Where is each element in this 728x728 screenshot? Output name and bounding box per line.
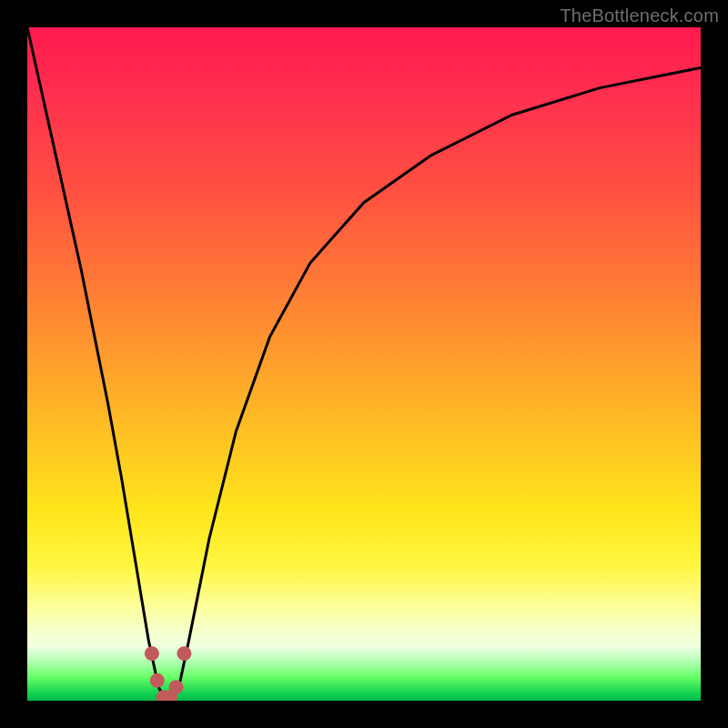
curve-layer — [27, 27, 701, 701]
svg-point-0 — [145, 646, 159, 661]
svg-point-4 — [169, 680, 184, 694]
bottleneck-curve — [27, 27, 701, 701]
watermark-text: TheBottleneck.com — [560, 5, 719, 26]
svg-point-5 — [177, 646, 191, 661]
svg-point-1 — [150, 673, 165, 688]
plot-area — [27, 27, 701, 701]
chart-frame: TheBottleneck.com — [0, 0, 728, 728]
curve-endpoint-markers — [145, 646, 192, 701]
